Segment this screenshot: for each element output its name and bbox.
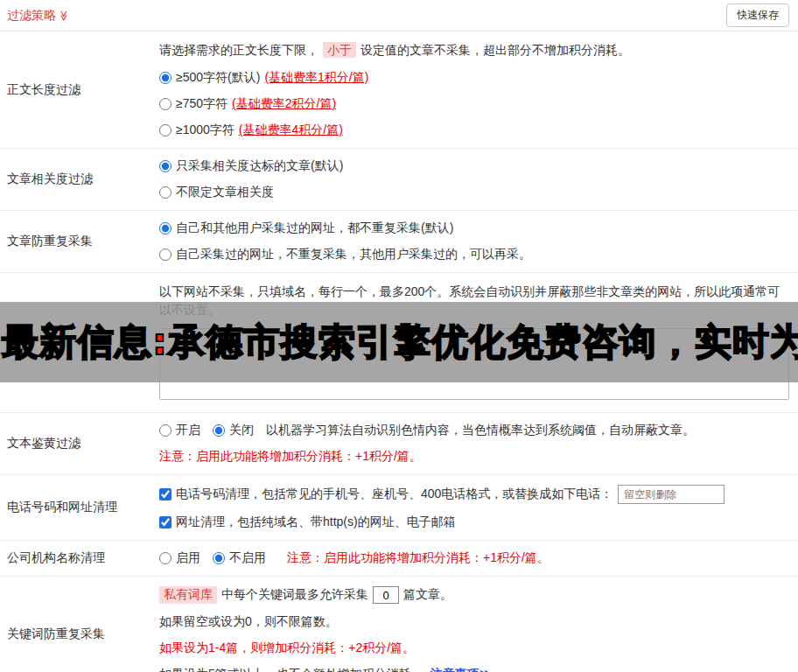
- radio-length-1000-fee: (基础费率4积分/篇): [239, 122, 343, 138]
- intro-after: 设定值的文章不采集，超出部分不增加积分消耗。: [360, 43, 630, 57]
- radio-length-1000-label: ≥1000字符: [176, 122, 234, 138]
- row-label-dedup-filter: 文章防重复采集: [0, 211, 156, 272]
- radio-relevance-any[interactable]: 不限定文章相关度: [159, 185, 789, 200]
- row-dedup-filter: 文章防重复采集 自己和其他用户采集过的网址，都不重复采集(默认) 自己采集过的网…: [0, 211, 798, 273]
- checkbox-phone-clean[interactable]: 电话号码清理，包括常见的手机号、座机号、400电话格式，或替换成如下电话：: [159, 486, 612, 502]
- radio-company-off-label: 不启用: [229, 550, 266, 566]
- radio-dedup-global-label: 自己和其他用户采集过的网址，都不重复采集(默认): [176, 220, 453, 236]
- dedup-filter-content: 自己和其他用户采集过的网址，都不重复采集(默认) 自己采集过的网址，不重复采集，…: [156, 211, 798, 272]
- radio-relevance-any-input[interactable]: [159, 186, 172, 199]
- radio-company-off[interactable]: 不启用: [213, 550, 266, 566]
- row-length-filter: 正文长度过滤 请选择需求的正文长度下限，小于设定值的文章不采集，超出部分不增加积…: [0, 32, 798, 149]
- company-clean-content: 启用 不启用 注意：启用此功能将增加积分消耗：+1积分/篇。: [156, 541, 798, 576]
- radio-relevance-strict[interactable]: 只采集相关度达标的文章(默认): [159, 158, 789, 174]
- row-company-clean: 公司机构名称清理 启用 不启用 注意：启用此功能将增加积分消耗：+1积分/篇。: [0, 541, 798, 577]
- radio-relevance-strict-label: 只采集相关度达标的文章(默认): [176, 158, 343, 174]
- porn-filter-note: 注意：启用此功能将增加积分消耗：+1积分/篇。: [159, 449, 789, 465]
- radio-length-750-input[interactable]: [159, 98, 172, 110]
- relevance-filter-content: 只采集相关度达标的文章(默认) 不限定文章相关度: [156, 149, 798, 210]
- topbar: 过滤策略 ≫ 快速保存: [0, 0, 798, 32]
- page-title-text: 过滤策略: [7, 8, 56, 24]
- checkbox-url-clean[interactable]: 网址清理，包括纯域名、带http(s)的网址、电子邮箱: [159, 514, 789, 530]
- replacement-phone-input[interactable]: [618, 485, 724, 504]
- radio-company-off-input[interactable]: [213, 552, 225, 564]
- radio-length-500-input[interactable]: [159, 72, 172, 84]
- porn-filter-options: 开启 关闭 以机器学习算法自动识别色情内容，当色情概率达到系统阈值，自动屏蔽文章…: [159, 423, 789, 438]
- ad-overlay-text: 最新信息:承德市搜索引擎优化免费咨询，实时为: [0, 318, 798, 367]
- ad-overlay-banner: 最新信息:承德市搜索引擎优化免费咨询，实时为: [0, 302, 798, 382]
- radio-relevance-strict-input[interactable]: [159, 160, 172, 172]
- radio-dedup-self-input[interactable]: [159, 248, 172, 261]
- highlight-private-thesaurus: 私有词库: [159, 586, 217, 604]
- radio-porn-off-label: 关闭: [229, 423, 254, 438]
- company-clean-options: 启用 不启用 注意：启用此功能将增加积分消耗：+1积分/篇。: [159, 550, 789, 566]
- filter-settings-page: 过滤策略 ≫ 快速保存 正文长度过滤 请选择需求的正文长度下限，小于设定值的文章…: [0, 0, 798, 672]
- porn-filter-content: 开启 关闭 以机器学习算法自动识别色情内容，当色情概率达到系统阈值，自动屏蔽文章…: [156, 413, 798, 474]
- radio-length-500[interactable]: ≥500字符(默认) (基础费率1积分/篇): [159, 70, 789, 86]
- radio-porn-on[interactable]: 开启: [159, 423, 200, 438]
- radio-length-1000[interactable]: ≥1000字符 (基础费率4积分/篇): [159, 122, 789, 138]
- keyword-dedup-line3: 如果设为1-4篇，则增加积分消耗：+2积分/篇。: [159, 640, 789, 656]
- keyword-dedup-line2: 如果留空或设为0，则不限篇数。: [159, 614, 789, 630]
- row-label-keyword-dedup: 关键词防重复采集: [0, 577, 156, 672]
- chevron-down-icon: ≫: [58, 10, 70, 21]
- radio-porn-on-input[interactable]: [159, 424, 172, 437]
- radio-length-500-fee: (基础费率1积分/篇): [264, 70, 368, 86]
- row-label-phone-url-clean: 电话号码和网址清理: [0, 475, 156, 540]
- checkbox-phone-clean-label: 电话号码清理，包括常见的手机号、座机号、400电话格式，或替换成如下电话：: [176, 486, 612, 502]
- phone-clean-line: 电话号码清理，包括常见的手机号、座机号、400电话格式，或替换成如下电话：: [159, 485, 789, 504]
- radio-dedup-global-input[interactable]: [159, 222, 172, 234]
- radio-porn-off[interactable]: 关闭: [213, 423, 254, 438]
- row-relevance-filter: 文章相关度过滤 只采集相关度达标的文章(默认) 不限定文章相关度: [0, 149, 798, 211]
- length-filter-intro: 请选择需求的正文长度下限，小于设定值的文章不采集，超出部分不增加积分消耗。: [159, 41, 789, 60]
- radio-dedup-self-label: 自己采集过的网址，不重复采集，其他用户采集过的，可以再采。: [176, 247, 531, 262]
- row-label-porn-filter: 文本鉴黄过滤: [0, 413, 156, 474]
- radio-relevance-any-label: 不限定文章相关度: [176, 185, 274, 200]
- row-phone-url-clean: 电话号码和网址清理 电话号码清理，包括常见的手机号、座机号、400电话格式，或替…: [0, 475, 798, 541]
- radio-porn-on-label: 开启: [176, 423, 200, 438]
- radio-dedup-self[interactable]: 自己采集过的网址，不重复采集，其他用户采集过的，可以再采。: [159, 247, 789, 262]
- highlight-less-than: 小于: [323, 42, 356, 58]
- radio-length-750-fee: (基础费率2积分/篇): [232, 96, 336, 112]
- row-label-length-filter: 正文长度过滤: [0, 32, 156, 148]
- row-label-relevance-filter: 文章相关度过滤: [0, 149, 156, 210]
- keyword-dedup-line1: 私有词库 中每个关键词最多允许采集 篇文章。: [159, 586, 789, 604]
- checkbox-url-clean-input[interactable]: [159, 516, 172, 528]
- checkbox-url-clean-label: 网址清理，包括纯域名、带http(s)的网址、电子邮箱: [176, 514, 456, 530]
- row-porn-filter: 文本鉴黄过滤 开启 关闭 以机器学习算法自动识别色情内容，当色情概率达到系统阈值…: [0, 413, 798, 475]
- notice-link[interactable]: 注意事项≫: [430, 667, 493, 672]
- row-label-company-clean: 公司机构名称清理: [0, 541, 156, 576]
- keyword-dedup-content: 私有词库 中每个关键词最多允许采集 篇文章。 如果留空或设为0，则不限篇数。 如…: [156, 577, 798, 672]
- radio-length-500-label: ≥500字符(默认): [176, 70, 260, 86]
- keyword-dedup-line1-after: 篇文章。: [403, 587, 452, 603]
- radio-dedup-global[interactable]: 自己和其他用户采集过的网址，都不重复采集(默认): [159, 220, 789, 236]
- row-keyword-dedup: 关键词防重复采集 私有词库 中每个关键词最多允许采集 篇文章。 如果留空或设为0…: [0, 577, 798, 672]
- radio-length-750-label: ≥750字符: [176, 96, 228, 112]
- phone-url-clean-content: 电话号码清理，包括常见的手机号、座机号、400电话格式，或替换成如下电话： 网址…: [156, 475, 798, 540]
- quick-save-button[interactable]: 快速保存: [726, 4, 789, 27]
- keyword-dedup-line1-mid: 中每个关键词最多允许采集: [221, 587, 368, 603]
- keyword-dedup-line4-text: 如果设为5篇或以上，也不会额外增加积分消耗。: [159, 667, 424, 672]
- radio-porn-off-input[interactable]: [213, 424, 225, 437]
- radio-length-1000-input[interactable]: [159, 124, 172, 136]
- checkbox-phone-clean-input[interactable]: [159, 488, 172, 500]
- radio-company-on-input[interactable]: [159, 552, 172, 564]
- keyword-dedup-line4: 如果设为5篇或以上，也不会额外增加积分消耗。注意事项≫: [159, 667, 789, 672]
- intro-before: 请选择需求的正文长度下限，: [159, 43, 318, 57]
- company-clean-note: 注意：启用此功能将增加积分消耗：+1积分/篇。: [287, 550, 550, 566]
- radio-company-on-label: 启用: [176, 550, 200, 566]
- length-filter-content: 请选择需求的正文长度下限，小于设定值的文章不采集，超出部分不增加积分消耗。 ≥5…: [156, 32, 798, 148]
- porn-filter-description: 以机器学习算法自动识别色情内容，当色情概率达到系统阈值，自动屏蔽文章。: [266, 423, 695, 438]
- max-articles-input[interactable]: [373, 586, 399, 604]
- radio-company-on[interactable]: 启用: [159, 550, 200, 566]
- page-title[interactable]: 过滤策略 ≫: [7, 8, 70, 24]
- radio-length-750[interactable]: ≥750字符 (基础费率2积分/篇): [159, 96, 789, 112]
